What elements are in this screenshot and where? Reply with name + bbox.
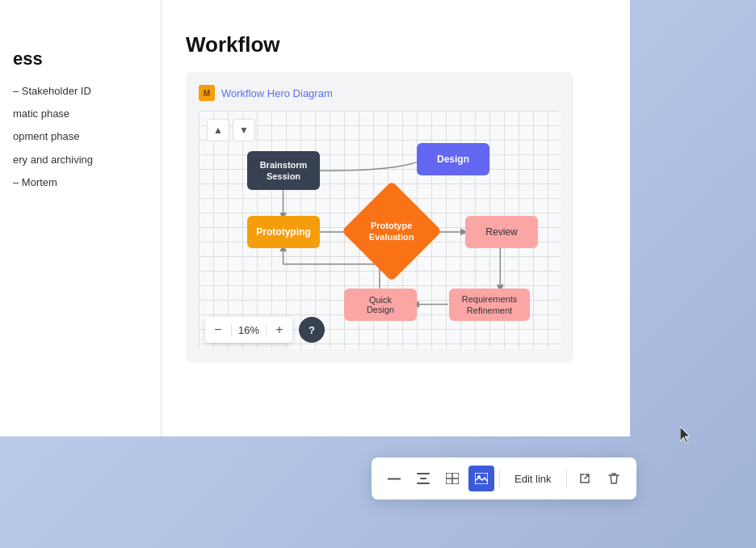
zoom-in-button[interactable]: +	[267, 317, 292, 343]
toolbar: Edit link	[372, 457, 636, 500]
node-review[interactable]: Review	[465, 216, 538, 248]
svg-rect-5	[388, 478, 401, 479]
toolbar-table-icon[interactable]	[439, 466, 465, 491]
zoom-controls: − 16% + ?	[205, 317, 325, 343]
sidebar-item-3: opment phase	[13, 129, 148, 144]
toolbar-separator-2	[566, 469, 567, 488]
toolbar-delete-icon[interactable]	[601, 466, 627, 491]
nav-controls: ▲ ▼	[207, 119, 255, 141]
sidebar-item-1: – Stakeholder ID	[13, 84, 148, 99]
diagram-container: M Workflow Hero Diagram ▲ ▼	[186, 72, 573, 363]
diagram-logo-icon: M	[199, 85, 215, 101]
zoom-help-button[interactable]: ?	[299, 317, 325, 343]
sidebar: ess – Stakeholder ID matic phase opment …	[0, 0, 162, 436]
diagram-canvas[interactable]: ▲ ▼	[199, 111, 561, 349]
diagram-header: M Workflow Hero Diagram	[199, 85, 561, 101]
toolbar-external-link-icon[interactable]	[572, 466, 598, 491]
toolbar-separator-1	[499, 469, 500, 488]
workflow-title: Workflow	[186, 32, 606, 57]
zoom-out-button[interactable]: −	[205, 317, 231, 343]
nav-down-button[interactable]: ▼	[233, 119, 255, 141]
nav-up-button[interactable]: ▲	[207, 119, 229, 141]
diagram-label: Workflow Hero Diagram	[221, 87, 333, 99]
svg-rect-7	[420, 478, 426, 479]
node-quick-design[interactable]: QuickDesign	[344, 289, 417, 321]
sidebar-title: ess	[13, 48, 148, 70]
toolbar-line-icon[interactable]	[381, 466, 407, 491]
toolbar-divider-icon[interactable]	[410, 466, 436, 491]
sidebar-item-5: – Mortem	[13, 175, 148, 190]
sidebar-item-2: matic phase	[13, 107, 148, 121]
edit-link-button[interactable]: Edit link	[505, 468, 561, 490]
toolbar-image-icon[interactable]	[468, 466, 494, 491]
node-design[interactable]: Design	[417, 143, 489, 175]
sidebar-item-4: ery and archiving	[13, 153, 148, 167]
cursor	[680, 427, 691, 443]
svg-rect-8	[417, 483, 430, 484]
node-prototyping[interactable]: Prototyping	[247, 216, 320, 248]
node-requirements[interactable]: RequirementsRefinement	[449, 289, 530, 321]
zoom-value: 16%	[231, 324, 267, 336]
svg-rect-6	[417, 473, 430, 474]
node-evaluation[interactable]: PrototypeEvaluation	[342, 181, 442, 281]
node-brainstorm[interactable]: BrainstormSession	[247, 151, 320, 190]
main-content: Workflow M Workflow Hero Diagram ▲ ▼	[162, 0, 630, 436]
